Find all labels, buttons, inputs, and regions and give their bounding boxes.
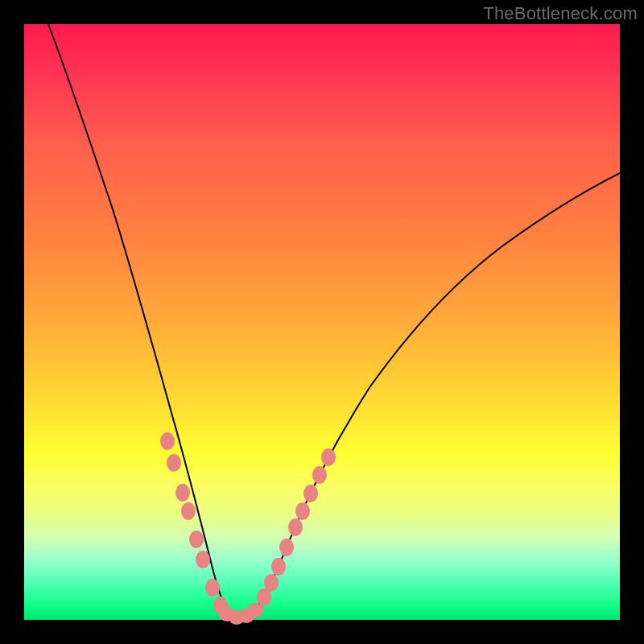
plot-area <box>24 24 620 620</box>
marker-dot <box>295 502 310 520</box>
marker-dot <box>279 539 294 556</box>
marker-dot <box>175 484 190 502</box>
watermark-text: TheBottleneck.com <box>483 3 638 24</box>
marker-dot <box>303 485 318 502</box>
marker-dot <box>312 466 327 484</box>
bottleneck-curve <box>48 24 620 619</box>
marker-dot <box>288 518 303 536</box>
marker-dot <box>205 579 220 597</box>
marker-dot <box>160 432 175 450</box>
marker-dot <box>271 558 286 576</box>
marker-dot <box>321 448 336 466</box>
marker-dot <box>189 530 204 548</box>
marker-dot <box>196 551 210 568</box>
marker-dot <box>264 574 279 592</box>
chart-container: TheBottleneck.com <box>0 0 644 644</box>
marker-dot <box>181 502 196 520</box>
marker-dot <box>167 454 181 472</box>
curve-svg <box>24 24 620 620</box>
